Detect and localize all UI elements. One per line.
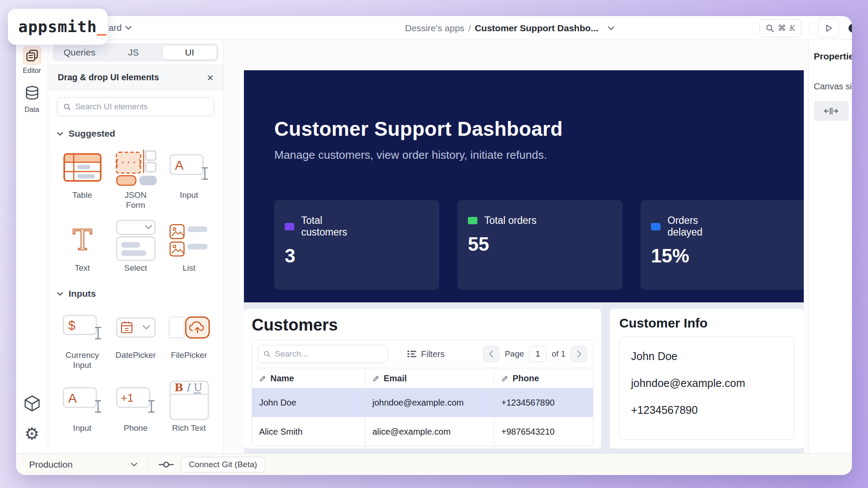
stat-card-total-orders[interactable]: Total orders 55 <box>457 200 622 290</box>
widget-search[interactable] <box>57 97 214 116</box>
connect-git-button[interactable]: Connect Git (Beta) <box>181 457 265 472</box>
rail-item-label: Data <box>25 106 39 114</box>
cell-email[interactable]: johndoe@example.com <box>365 388 494 417</box>
filters-icon <box>407 350 417 358</box>
omnibar-search-button[interactable]: ⌘ K <box>760 19 801 37</box>
search-icon <box>63 103 71 111</box>
widget-search-input[interactable] <box>75 102 208 111</box>
chevron-down-icon <box>131 462 138 467</box>
shortcut-key: K <box>789 23 795 33</box>
widget-card-currency-input[interactable]: $ Currency Input <box>57 309 108 370</box>
hero-banner[interactable]: Customer Support Dashboard Manage custom… <box>244 70 804 302</box>
filepicker-widget-icon <box>168 309 210 346</box>
table-pagination: Page of 1 <box>483 346 587 362</box>
cell-phone[interactable]: +9876543210 <box>494 417 593 446</box>
widget-card-list[interactable]: List <box>164 222 214 273</box>
widget-card-phone-input[interactable]: +1 Phone <box>110 382 161 433</box>
rail-item-libraries[interactable] <box>23 394 41 413</box>
canvas-resize-button[interactable] <box>814 101 848 121</box>
section-suggested[interactable]: Suggested <box>57 128 214 139</box>
table-widget-icon <box>63 149 102 186</box>
customer-info-panel[interactable]: Customer Info John Doe johndoe@example.c… <box>610 309 804 449</box>
filters-button[interactable]: Filters <box>407 349 444 359</box>
topbar-actions: ⌘ K <box>760 16 852 40</box>
table-row[interactable]: Alice Smith alice@example.com +987654321… <box>252 417 593 446</box>
cell-phone[interactable]: +1234567890 <box>494 388 593 417</box>
avatar[interactable] <box>848 24 852 33</box>
breadcrumb-app-name[interactable]: Customer Support Dashbo... <box>475 23 598 33</box>
widget-card-rich-text[interactable]: BIU Rich Text <box>164 382 214 433</box>
widget-label: JSON Form <box>119 190 153 210</box>
search-icon <box>263 350 270 358</box>
hero-title: Customer Support Dashboard <box>274 117 804 141</box>
properties-panel: Properties Canvas siz <box>808 40 852 453</box>
column-header-phone[interactable]: Phone <box>494 368 593 388</box>
rail-item-data[interactable]: Data <box>23 85 42 114</box>
app-canvas[interactable]: Customer Support Dashboard Manage custom… <box>224 40 808 453</box>
tab-ui[interactable]: UI <box>162 45 217 60</box>
stat-label: Orders delayed <box>667 215 722 238</box>
widget-card-select[interactable]: Select <box>110 222 161 273</box>
column-header-email[interactable]: Email <box>365 368 494 388</box>
customer-info-box: John Doe johndoe@example.com +1234567890 <box>619 337 794 440</box>
customers-panel[interactable]: Customers Filters <box>244 309 601 449</box>
rail-item-settings[interactable]: ⚙ <box>24 426 39 442</box>
input-widget-icon: A <box>169 149 209 186</box>
app-window: ard Dessire's apps / Customer Support Da… <box>16 16 852 475</box>
close-icon[interactable]: × <box>207 72 214 83</box>
cell-name[interactable]: John Doe <box>252 388 365 417</box>
shortcut-modifier: ⌘ <box>778 23 786 33</box>
page-of-label: of 1 <box>552 349 566 359</box>
widgets-panel-title: Drag & drop UI elements <box>58 72 207 82</box>
widget-card-json-form[interactable]: (···) JSON Form <box>110 149 161 210</box>
breadcrumb[interactable]: Dessire's apps / Customer Support Dashbo… <box>405 16 615 40</box>
stat-card-total-customers[interactable]: Total customers 3 <box>274 200 439 290</box>
svg-text:A: A <box>68 391 77 405</box>
chevron-down-icon[interactable] <box>608 26 615 30</box>
chevron-down-icon <box>125 26 132 30</box>
svg-text:(···): (···) <box>115 157 143 168</box>
page-number-input[interactable] <box>529 346 546 362</box>
next-page-button[interactable] <box>571 346 587 362</box>
widget-card-datepicker[interactable]: DatePicker <box>110 309 161 370</box>
page-label: Page <box>505 349 524 359</box>
appsmith-logo[interactable]: appsmith_ <box>8 9 108 45</box>
column-header-name[interactable]: Name <box>252 368 365 388</box>
table-search-input[interactable] <box>275 349 382 359</box>
tab-queries[interactable]: Queries <box>53 45 106 60</box>
prev-page-button[interactable] <box>483 346 500 362</box>
properties-title: Properties <box>814 51 852 62</box>
play-icon <box>823 23 834 33</box>
tab-js[interactable]: JS <box>106 45 160 60</box>
stat-card-orders-delayed[interactable]: Orders delayed 15% <box>641 200 804 290</box>
pages-dropdown-fragment[interactable]: ard <box>108 23 132 33</box>
widget-card-filepicker[interactable]: FilePicker <box>164 309 214 370</box>
filters-label: Filters <box>421 349 444 359</box>
canvas-size-label: Canvas siz <box>814 82 852 92</box>
environment-select[interactable]: Production <box>29 459 138 470</box>
table-search[interactable] <box>258 345 388 363</box>
widget-card-input[interactable]: A Input <box>57 382 108 433</box>
widget-label: Currency Input <box>66 350 99 370</box>
section-inputs[interactable]: Inputs <box>57 288 214 299</box>
widget-grid-suggested: Table (···) JSON Form A Input T <box>57 149 214 273</box>
customers-table-widget: Filters Page of 1 <box>252 340 593 446</box>
cell-email[interactable]: alice@example.com <box>365 417 494 446</box>
json-form-widget-icon: (···) <box>115 149 157 186</box>
rail-item-editor[interactable]: Editor <box>23 46 42 75</box>
chevron-right-icon <box>577 350 582 358</box>
resize-horizontal-icon <box>823 107 839 115</box>
svg-text:U: U <box>194 382 202 394</box>
widget-label: List <box>183 263 196 273</box>
table-row[interactable]: John Doe johndoe@example.com +1234567890 <box>252 388 593 417</box>
widget-card-input[interactable]: A Input <box>164 149 214 210</box>
cell-name[interactable]: Alice Smith <box>252 417 365 446</box>
deploy-preview-button[interactable] <box>818 19 839 38</box>
chevron-left-icon <box>489 350 493 358</box>
widget-label: Phone <box>124 423 148 433</box>
widget-card-table[interactable]: Table <box>57 149 108 210</box>
widget-card-text[interactable]: T Text <box>57 222 108 273</box>
editor-left-panel: Queries JS UI Drag & drop UI elements × … <box>48 40 224 453</box>
breadcrumb-workspace[interactable]: Dessire's apps <box>405 23 464 33</box>
widget-label: Table <box>72 190 92 200</box>
